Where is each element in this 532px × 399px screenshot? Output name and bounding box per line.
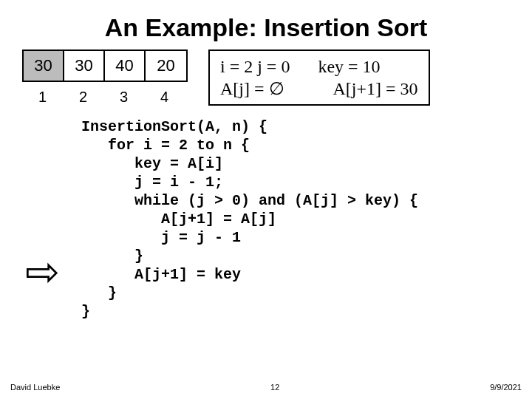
footer-author: David Luebke	[10, 383, 60, 392]
array-cell: 30	[24, 51, 64, 81]
array-index: 3	[103, 86, 144, 107]
slide-title: An Example: Insertion Sort	[0, 0, 532, 50]
array-cell: 20	[146, 51, 186, 81]
array-cell: 40	[105, 51, 146, 81]
state-aj1: A[j+1] = 30	[333, 78, 418, 100]
array-row: 30 30 40 20	[22, 50, 188, 82]
arrow-icon: ⇨	[25, 251, 60, 293]
array-index: 4	[144, 86, 185, 107]
array-cell: 30	[64, 51, 105, 81]
state-aj: A[j] = ∅	[220, 78, 284, 100]
code-block: InsertionSort(A, n) { for i = 2 to n { k…	[81, 117, 532, 321]
footer-page: 12	[270, 383, 279, 392]
state-i-j: i = 2 j = 0	[220, 55, 290, 78]
state-key: key = 10	[318, 55, 380, 78]
index-row: 1 2 3 4	[22, 86, 185, 107]
footer-date: 9/9/2021	[490, 383, 522, 392]
state-box: i = 2 j = 0 key = 10 A[j] = ∅ A[j+1] = 3…	[208, 50, 430, 106]
upper-row: 30 30 40 20 1 2 3 4 i = 2 j = 0 key = 10…	[0, 50, 532, 107]
array-index: 1	[22, 86, 63, 107]
array-column: 30 30 40 20 1 2 3 4	[22, 50, 188, 107]
footer: David Luebke 12 9/9/2021	[10, 383, 522, 392]
array-index: 2	[63, 86, 103, 107]
